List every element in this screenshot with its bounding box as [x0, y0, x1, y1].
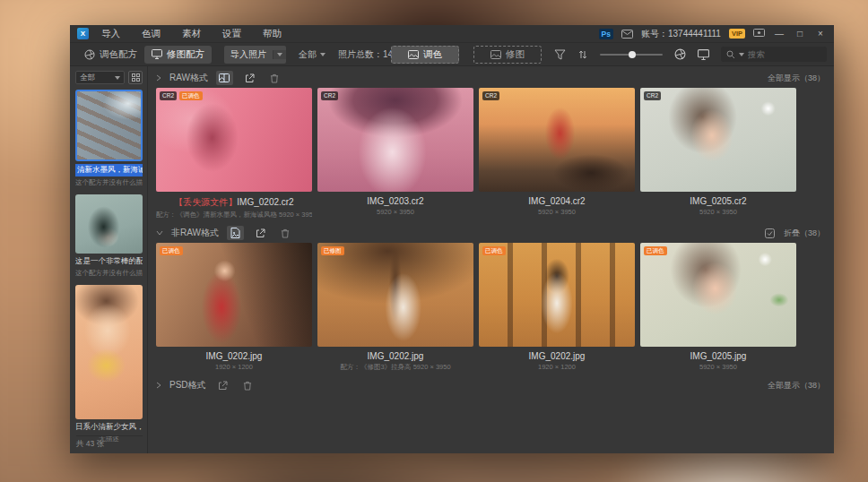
recipe-card[interactable]: 这是一个非常棒的配方 这个配方并没有什么描述 · 552 — [75, 194, 143, 278]
recipe-title: 这是一个非常棒的配方 — [75, 256, 143, 267]
section-header-psd: PSD格式 全部显示（38） — [156, 375, 825, 395]
photo-card[interactable]: 已调色 IMG_0202.jpg 1920 × 1200 — [479, 243, 635, 372]
export-icon[interactable] — [214, 378, 231, 392]
minimize-button[interactable]: — — [773, 29, 786, 39]
maximize-button[interactable]: □ — [794, 29, 806, 39]
photo-card[interactable]: CR2 IMG_0204.cr2 5920 × 3950 — [479, 88, 635, 219]
close-button[interactable]: × — [814, 29, 827, 39]
tab-retouch-recipe[interactable]: 修图配方 — [144, 46, 212, 64]
aperture-icon — [84, 49, 95, 60]
photo-card[interactable]: 已调色 IMG_0205.jpg 5920 × 3950 — [640, 243, 796, 372]
scope-label: 全部 — [299, 48, 317, 61]
import-dropdown-arrow[interactable] — [273, 50, 286, 59]
recipe-sidebar: 全部 清新水墨风，新海诚风格 这个配方并没有什么描述 · 552 这是一个非常棒… — [70, 66, 148, 453]
search-box[interactable] — [721, 47, 827, 62]
mode-switcher: 调色 修图 — [391, 46, 542, 64]
photo-thumbnail[interactable]: CR2 — [640, 88, 796, 192]
slider-thumb[interactable] — [629, 51, 636, 58]
screen-share-icon[interactable] — [753, 29, 765, 39]
photo-name: IMG_0202.jpg — [156, 351, 312, 361]
menu-settings[interactable]: 设置 — [222, 28, 241, 40]
chevron-right-icon[interactable] — [156, 74, 161, 82]
trash-icon[interactable] — [239, 378, 256, 392]
import-photos-label: 导入照片 — [224, 46, 273, 64]
photo-card[interactable]: CR2 IMG_0205.cr2 5920 × 3950 — [640, 88, 796, 219]
toolbar: 调色配方 修图配方 导入照片 全部 照片总数：144 — [70, 43, 834, 66]
view-tools — [554, 47, 827, 62]
account-label[interactable]: 账号：13744441111 — [641, 28, 721, 40]
color-mode-icon — [408, 50, 419, 59]
tab-color-recipe-label: 调色配方 — [100, 48, 137, 61]
compare-icon[interactable] — [216, 71, 233, 85]
status-badge: 已调色 — [482, 246, 506, 255]
recipe-filter-label: 全部 — [80, 73, 95, 83]
status-badge: 已调色 — [179, 91, 203, 100]
section-show-all-label[interactable]: 全部显示（38） — [768, 73, 825, 84]
recipe-filter-dropdown[interactable]: 全部 — [75, 71, 125, 84]
color-recipe-shortcut-icon[interactable] — [674, 48, 686, 60]
mail-icon[interactable] — [621, 30, 633, 39]
tab-color-recipe[interactable]: 调色配方 — [77, 46, 144, 64]
photo-total-label: 照片总数：144 — [338, 48, 398, 61]
photo-card[interactable]: CR2 已调色 【丢失源文件】IMG_0202.cr2 配方：《调色》清新水墨风… — [156, 88, 312, 219]
photo-card[interactable]: CR2 IMG_0203.cr2 5920 × 3950 — [317, 88, 473, 219]
sort-icon[interactable] — [577, 49, 588, 60]
photo-thumbnail[interactable]: CR2 — [317, 88, 473, 192]
search-icon — [726, 50, 735, 59]
select-all-icon[interactable] — [765, 228, 775, 238]
search-input[interactable] — [748, 49, 802, 59]
trash-icon[interactable] — [266, 71, 283, 85]
section-header-raw: RAW格式 全部显示（38） — [156, 68, 825, 88]
photo-name: IMG_0202.jpg — [317, 351, 473, 361]
recipe-desc: 这个配方并没有什么描述 · 552 — [75, 178, 143, 187]
screen: X 导入 色调 素材 设置 帮助 Ps 账号：13744441111 VIP —… — [0, 0, 868, 482]
menu-color[interactable]: 色调 — [142, 28, 161, 40]
trash-icon[interactable] — [277, 226, 294, 240]
grid-view-icon[interactable] — [128, 71, 143, 84]
photo-card[interactable]: 已修图 IMG_0202.jpg 配方：《修图3》拉身高 5920 × 3950 — [317, 243, 473, 372]
retouch-shortcut-icon[interactable] — [698, 49, 709, 60]
scope-dropdown[interactable]: 全部 — [299, 48, 326, 61]
menu-assets[interactable]: 素材 — [182, 28, 201, 40]
format-badge: CR2 — [321, 91, 338, 100]
image-file-icon[interactable] — [227, 226, 244, 240]
photo-thumbnail[interactable]: 已调色 — [640, 243, 796, 347]
photo-meta: 1920 × 1200 — [479, 363, 635, 372]
recipe-thumbnail[interactable] — [75, 90, 143, 161]
export-icon[interactable] — [241, 71, 258, 85]
photo-card[interactable]: 已调色 IMG_0202.jpg 1920 × 1200 — [156, 243, 312, 372]
recipe-thumbnail[interactable] — [75, 194, 143, 254]
export-icon[interactable] — [252, 226, 269, 240]
photo-thumbnail[interactable]: 已调色 — [156, 243, 312, 347]
import-photos-button[interactable]: 导入照片 — [224, 46, 286, 64]
menu-help[interactable]: 帮助 — [263, 28, 282, 40]
menu-import[interactable]: 导入 — [101, 28, 120, 40]
section-collapse-label[interactable]: 折叠（38） — [784, 228, 825, 239]
section-title: 非RAW格式 — [171, 227, 219, 239]
photo-meta: 5920 × 3950 — [640, 363, 796, 372]
filter-funnel-icon[interactable] — [554, 49, 566, 60]
color-mode-button[interactable]: 调色 — [391, 46, 459, 64]
format-badge: CR2 — [644, 91, 661, 100]
photo-thumbnail[interactable]: CR2 — [479, 88, 635, 192]
app-logo-icon: X — [77, 28, 89, 39]
search-scope-caret[interactable] — [739, 53, 744, 56]
thumbnail-size-slider[interactable] — [600, 50, 663, 59]
photo-thumbnail[interactable]: 已调色 — [479, 243, 635, 347]
section-show-all-label[interactable]: 全部显示（38） — [768, 380, 825, 392]
photo-thumbnail[interactable]: CR2 已调色 — [156, 88, 312, 192]
recipe-card[interactable]: 清新水墨风，新海诚风格 这个配方并没有什么描述 · 552 — [75, 90, 143, 187]
photo-meta: 5920 × 3950 — [317, 208, 473, 217]
photo-meta: 配方：《修图3》拉身高 5920 × 3950 — [317, 363, 473, 372]
chevron-right-icon[interactable] — [156, 382, 161, 389]
recipe-card[interactable]: 日系小清新少女风，赞 无描述 — [75, 285, 143, 443]
title-bar: X 导入 色调 素材 设置 帮助 Ps 账号：13744441111 VIP —… — [70, 25, 834, 43]
nonraw-photo-row: 已调色 IMG_0202.jpg 1920 × 1200 已修图 IMG_020… — [156, 243, 825, 372]
photo-meta: 配方：《调色》清新水墨风，新海诚风格 5920 × 3950 — [156, 211, 312, 219]
retouch-mode-button[interactable]: 修图 — [473, 46, 542, 64]
retouch-mode-icon — [490, 50, 501, 59]
photo-thumbnail[interactable]: 已修图 — [317, 243, 473, 347]
photoshop-icon[interactable]: Ps — [599, 29, 613, 39]
chevron-down-icon[interactable] — [156, 230, 163, 236]
recipe-thumbnail[interactable] — [75, 285, 143, 419]
